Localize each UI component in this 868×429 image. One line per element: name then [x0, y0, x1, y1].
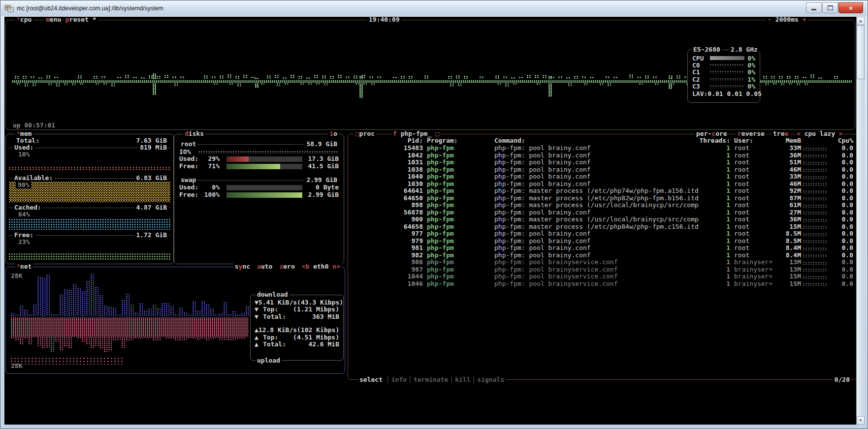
process-table-header: Pid: Program: Command: Threads: User: Me… [348, 137, 856, 145]
net-stats-panel: download ▼5.41 KiB/s(43.3 Kibps)▼Top:(1.… [250, 295, 344, 361]
net-auto-button[interactable]: auto [257, 263, 272, 270]
mem-history-minigraph [803, 190, 828, 193]
maximize-button[interactable] [822, 2, 838, 13]
net-stat-row: ▼5.41 KiB/s(43.3 Kibps) [255, 299, 339, 306]
net-scale-top: 28K [10, 272, 23, 279]
mem-history-minigraph [803, 162, 828, 165]
tab-cpu[interactable]: ¹cpu [15, 17, 33, 23]
mem-free-meter [9, 253, 170, 261]
col-user[interactable]: User: [734, 137, 781, 145]
process-row[interactable]: 1044php-fpmphp-fpm: pool brainyservice.c… [348, 273, 856, 280]
sort-column-selector[interactable]: < cpu lazy > [795, 130, 844, 137]
scrollbar-thumb[interactable] [857, 25, 865, 79]
tab-net[interactable]: ³net [15, 263, 33, 270]
clock: 19:40:09 [367, 17, 401, 23]
process-row[interactable]: 56878php-fpmphp-fpm: pool brainy.conf1ro… [348, 209, 856, 216]
col-pid[interactable]: Pid: [352, 137, 423, 145]
tab-mem[interactable]: ²mem [15, 130, 33, 137]
process-row[interactable]: 900php-fpmphp-fpm: master process (/usr/… [348, 216, 856, 223]
download-arrow-icon: ▼ [255, 299, 258, 306]
app-window: mc [root@ub24.itdeveloper.com.ua]:/lib/s… [0, 0, 868, 429]
upload-arrow-icon: ▲ [255, 341, 263, 348]
disks-title: disks [183, 130, 205, 137]
mem-history-minigraph [803, 148, 828, 151]
process-row[interactable]: 982php-fpmphp-fpm: pool brainy.conf1root… [348, 252, 856, 259]
cpu-core-panel: E5-2680 2.8 GHz CPU0%C00%C10%C21%C30% LA… [687, 50, 760, 103]
process-row[interactable]: 977php-fpmphp-fpm: pool brainy.conf1root… [348, 230, 856, 238]
menu-button[interactable]: menu [44, 17, 63, 23]
process-row[interactable]: 1040php-fpmphp-fpm: pool brainy.conf1roo… [348, 173, 856, 181]
process-row[interactable]: 986php-fpmphp-fpm: pool brainyservice.co… [348, 259, 856, 266]
col-cpu[interactable]: Cpu% [828, 137, 853, 145]
mem-used-row: Used: 819 MiB [9, 144, 170, 151]
interval-decrease-button[interactable]: - [768, 17, 772, 23]
mem-history-minigraph [803, 283, 828, 286]
process-row[interactable]: 15483php-fpmphp-fpm: pool brainy.conf1ro… [348, 145, 856, 152]
col-program[interactable]: Program: [427, 137, 490, 145]
col-command[interactable]: Command: [494, 137, 699, 145]
tree-toggle[interactable]: tree [772, 130, 790, 137]
per-core-toggle[interactable]: per-core [695, 130, 729, 137]
kill-action[interactable]: kill [455, 376, 470, 383]
upload-arrow-icon: ▲ [255, 334, 263, 341]
disk-swap-used-row: Used: 0% 0 Byte [179, 184, 339, 191]
process-row[interactable]: 1038php-fpmphp-fpm: pool brainy.conf1roo… [348, 166, 856, 174]
interval-increase-button[interactable]: + [803, 17, 806, 23]
load-average-value: 0.01 0.01 0.05 [707, 90, 762, 97]
net-interface-switcher[interactable]: <b eth0 n> [302, 263, 340, 270]
cpu-freq-label: 2.8 GHz [729, 46, 759, 53]
upload-rows: ▲12.8 KiB/s(102 Kibps)▲Top:(4.51 Mibps)▲… [251, 327, 343, 348]
process-row[interactable]: 987php-fpmphp-fpm: pool brainyservice.co… [348, 266, 856, 274]
mem-history-minigraph [803, 176, 828, 179]
process-row[interactable]: 64641php-fpmphp-fpm: master process (/et… [348, 187, 856, 195]
window-title: mc [root@ub24.itdeveloper.com.ua]:/lib/s… [17, 5, 163, 12]
process-row[interactable]: 1046php-fpmphp-fpm: pool brainyservice.c… [348, 280, 856, 288]
cpu-core-row: C00% [688, 61, 760, 68]
scroll-up-button[interactable]: ▲ [857, 17, 865, 25]
process-row[interactable]: 1031php-fpmphp-fpm: pool brainy.conf1roo… [348, 159, 856, 166]
close-button[interactable]: × [838, 2, 863, 13]
info-action[interactable]: info [391, 376, 407, 383]
process-row[interactable]: 981php-fpmphp-fpm: pool brainy.conf1root… [348, 245, 856, 252]
mem-cached-value: 4.87 GiB [134, 204, 168, 211]
download-arrow-icon: ▼ [255, 313, 263, 320]
title-bar[interactable]: mc [root@ub24.itdeveloper.com.ua]:/lib/s… [1, 1, 867, 16]
mem-cached-meter [9, 219, 170, 230]
process-row[interactable]: 1042php-fpmphp-fpm: pool brainy.conf1roo… [348, 152, 856, 159]
tab-proc[interactable]: □proc [354, 130, 376, 137]
core-activity-graph [710, 85, 744, 88]
col-memb[interactable]: MemB [781, 137, 801, 145]
cpu-model-label: E5-2680 [692, 46, 722, 53]
mem-cached-label: Cached: [13, 204, 43, 211]
net-zero-button[interactable]: zero [279, 263, 294, 270]
process-row[interactable]: 64650php-fpmphp-fpm: master process (/et… [348, 195, 856, 202]
process-footer: select│info│terminate│kill│signals [358, 376, 506, 383]
mem-history-minigraph [803, 205, 828, 208]
minimize-button[interactable] [806, 2, 822, 13]
process-row[interactable]: 898php-fpmphp-fpm: master process (/usr/… [348, 202, 856, 209]
disk-name: root [179, 141, 197, 148]
io-toggle[interactable]: io [328, 130, 339, 137]
core-activity-graph [710, 78, 744, 81]
net-sync-button[interactable]: sync [235, 263, 250, 270]
cpu-core-row: C10% [688, 69, 760, 76]
load-average-label: LAV: [692, 90, 707, 97]
scroll-down-button[interactable]: ▼ [857, 416, 865, 425]
preset-button[interactable]: preset * [64, 17, 98, 23]
signals-action[interactable]: signals [477, 376, 504, 383]
process-row[interactable]: 1030php-fpmphp-fpm: pool brainy.conf1roo… [348, 181, 856, 188]
terminate-action[interactable]: terminate [414, 376, 448, 383]
disk-root-used-row: Used: 29% 17.3 GiB [179, 155, 339, 162]
proc-box: □proc f php-fpm_ □ per-core reverse tree… [348, 134, 856, 380]
mem-history-minigraph [803, 276, 828, 279]
process-filter-input[interactable]: f php-fpm_ □ [391, 130, 441, 137]
mem-box: ²mem Total: 7.63 GiB Used: 819 MiB 10% A… [5, 134, 174, 264]
col-threads[interactable]: Threads: [699, 137, 730, 145]
process-row[interactable]: 64658php-fpmphp-fpm: master process (/et… [348, 223, 856, 231]
reverse-toggle[interactable]: reverse [736, 130, 766, 137]
disk-size: 2.99 GiB [305, 177, 339, 184]
select-action[interactable]: select [359, 376, 383, 383]
terminal-scrollbar[interactable]: ▲ ▼ [856, 17, 865, 425]
upload-arrow-icon: ▲ [255, 327, 258, 334]
process-row[interactable]: 979php-fpmphp-fpm: pool brainy.conf1root… [348, 238, 856, 245]
